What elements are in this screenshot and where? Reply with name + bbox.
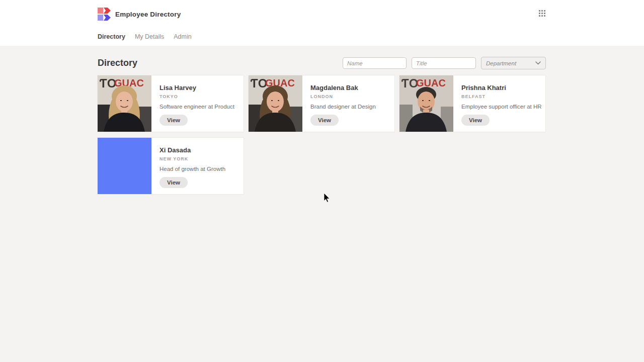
employee-photo: ƬΟ GUAC — [399, 75, 453, 132]
nav-tab-my-details[interactable]: My Details — [135, 33, 164, 40]
employee-card: ƬΟ GUAC Magdalena Bak LONDON Brand desig… — [249, 75, 394, 132]
employee-title: Head of growth at Growth — [159, 166, 225, 172]
app-header: Employee Directory Directory My Details … — [0, 0, 644, 46]
employee-info: Xi Dasada NEW YORK Head of growth at Gro… — [151, 138, 225, 194]
employee-location: BELFAST — [461, 94, 542, 99]
view-button[interactable]: View — [159, 115, 188, 126]
page-title: Directory — [98, 58, 137, 68]
employee-photo: ƬΟ GUAC — [98, 75, 151, 132]
employee-name: Prishna Khatri — [461, 84, 542, 92]
employee-name: Magdalena Bak — [310, 84, 376, 92]
employee-location: LONDON — [310, 94, 376, 99]
view-button[interactable]: View — [461, 115, 490, 126]
mouse-cursor-icon — [324, 193, 332, 203]
employee-name: Lisa Harvey — [159, 84, 234, 92]
main-nav: Directory My Details Admin — [98, 33, 192, 40]
department-select-label: Department — [486, 60, 535, 66]
department-filter-select[interactable]: Department — [481, 57, 546, 69]
employee-photo: ƬΟ GUAC — [249, 75, 302, 132]
nav-tab-directory[interactable]: Directory — [98, 33, 125, 40]
view-button[interactable]: View — [310, 115, 339, 126]
employee-title: Brand designer at Design — [310, 104, 376, 110]
employee-title: Employee support officer at HR — [461, 104, 542, 110]
nav-tab-admin[interactable]: Admin — [174, 33, 191, 40]
employee-grid: ƬΟ GUAC Lisa Harvey TOKYO Software engin… — [98, 75, 545, 194]
employee-location: TOKYO — [159, 94, 234, 99]
svg-text:GUAC: GUAC — [416, 77, 446, 88]
title-filter-input[interactable] — [412, 57, 476, 69]
view-button[interactable]: View — [159, 177, 188, 188]
employee-title: Software engineer at Product — [159, 104, 234, 110]
name-filter-input[interactable] — [343, 57, 407, 69]
app-title: Employee Directory — [115, 11, 181, 18]
employee-name: Xi Dasada — [159, 146, 225, 154]
chevron-down-icon — [535, 61, 541, 65]
employee-info: Prishna Khatri BELFAST Employee support … — [453, 75, 542, 132]
app-logo-icon — [98, 8, 111, 21]
employee-info: Magdalena Bak LONDON Brand designer at D… — [302, 75, 376, 132]
employee-info: Lisa Harvey TOKYO Software engineer at P… — [151, 75, 234, 132]
employee-card: ƬΟ GUAC Lisa Harvey TOKYO Software engin… — [98, 75, 244, 132]
employee-card: Xi Dasada NEW YORK Head of growth at Gro… — [98, 138, 244, 194]
employee-card: ƬΟ GUAC Prishna Khatri BELFAST Employee … — [399, 75, 545, 132]
employee-location: NEW YORK — [159, 156, 225, 161]
apps-grid-icon[interactable] — [539, 10, 546, 18]
employee-photo — [98, 138, 151, 194]
